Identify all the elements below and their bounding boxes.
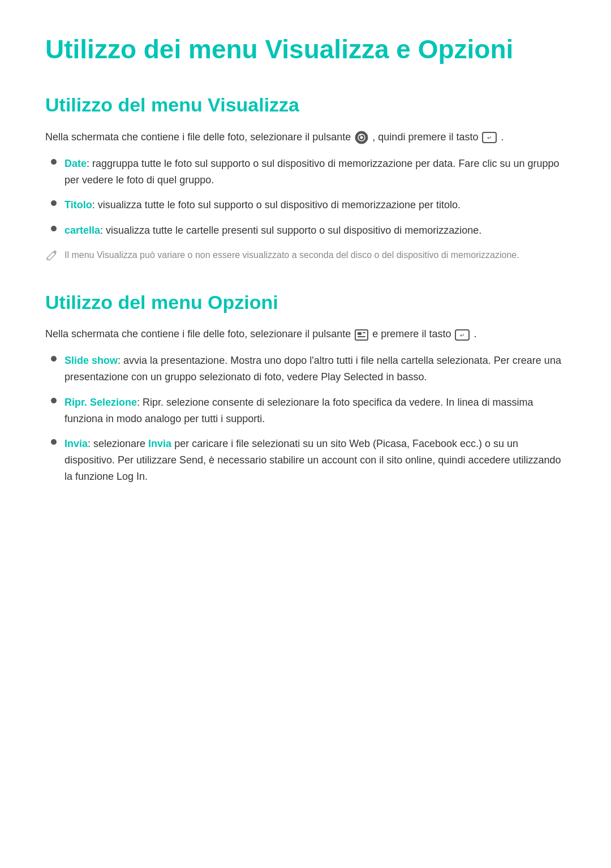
pencil-icon bbox=[45, 249, 58, 261]
camera-icon bbox=[355, 131, 368, 144]
bullet-dot bbox=[51, 356, 57, 362]
bullet-content-invia: Invia: selezionare Invia per caricare i … bbox=[64, 436, 566, 484]
term-invia-2: Invia bbox=[148, 438, 171, 449]
term-titolo: Titolo bbox=[64, 199, 92, 210]
svg-rect-7 bbox=[358, 332, 362, 335]
term-invia: Invia bbox=[64, 438, 88, 449]
bullet-content: cartella: visualizza tutte le cartelle p… bbox=[64, 222, 566, 239]
visualizza-note: Il menu Visualizza può variare o non ess… bbox=[45, 248, 566, 263]
bullet-dot bbox=[51, 200, 57, 206]
bullet-content: Slide show: avvia la presentazione. Most… bbox=[64, 353, 566, 385]
section-visualizza: Utilizzo del menu Visualizza Nella scher… bbox=[45, 93, 566, 262]
list-item: Titolo: visualizza tutte le foto sul sup… bbox=[51, 197, 566, 213]
section-opzioni-title: Utilizzo del menu Opzioni bbox=[45, 291, 566, 314]
svg-rect-6 bbox=[355, 330, 368, 340]
bullet-content: Titolo: visualizza tutte le foto sul sup… bbox=[64, 197, 566, 213]
svg-rect-8 bbox=[363, 332, 365, 333]
section-opzioni: Utilizzo del menu Opzioni Nella schermat… bbox=[45, 291, 566, 485]
bullet-content: Ripr. Selezione: Ripr. selezione consent… bbox=[64, 394, 566, 427]
options-icon bbox=[355, 329, 368, 341]
list-item: Ripr. Selezione: Ripr. selezione consent… bbox=[51, 394, 566, 427]
svg-rect-3 bbox=[359, 134, 362, 136]
term-slideshow: Slide show bbox=[64, 355, 118, 366]
svg-rect-9 bbox=[358, 336, 365, 337]
opzioni-list: Slide show: avvia la presentazione. Most… bbox=[45, 353, 566, 485]
list-item: Date: raggruppa tutte le foto sul suppor… bbox=[51, 156, 566, 188]
enter-key-icon: ↵ bbox=[482, 132, 497, 143]
list-item: cartella: visualizza tutte le cartelle p… bbox=[51, 222, 566, 239]
bullet-dot bbox=[51, 226, 57, 231]
bullet-dot bbox=[51, 439, 57, 445]
visualizza-intro: Nella schermata che contiene i file dell… bbox=[45, 129, 566, 145]
enter-key-icon-2: ↵ bbox=[455, 329, 470, 341]
main-title: Utilizzo dei menu Visualizza e Opzioni bbox=[45, 34, 566, 65]
svg-text:↵: ↵ bbox=[487, 135, 492, 141]
list-item: Invia: selezionare Invia per caricare i … bbox=[51, 436, 566, 484]
term-date: Date bbox=[64, 158, 87, 169]
bullet-content: Date: raggruppa tutte le foto sul suppor… bbox=[64, 156, 566, 188]
section-visualizza-title: Utilizzo del menu Visualizza bbox=[45, 93, 566, 117]
visualizza-list: Date: raggruppa tutte le foto sul suppor… bbox=[45, 156, 566, 239]
list-item: Slide show: avvia la presentazione. Most… bbox=[51, 353, 566, 385]
opzioni-intro: Nella schermata che contiene i file dell… bbox=[45, 326, 566, 342]
bullet-dot bbox=[51, 159, 57, 165]
term-ripr-selezione: Ripr. Selezione bbox=[64, 397, 137, 408]
bullet-dot bbox=[51, 398, 57, 403]
svg-point-2 bbox=[360, 136, 363, 139]
note-text: Il menu Visualizza può variare o non ess… bbox=[64, 248, 519, 263]
svg-text:↵: ↵ bbox=[460, 332, 464, 338]
term-cartella: cartella bbox=[64, 225, 100, 236]
